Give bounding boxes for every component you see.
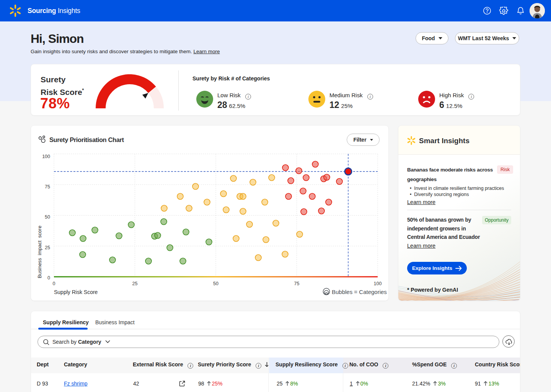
svg-text:50: 50 [45, 214, 50, 220]
svg-text:75: 75 [294, 281, 300, 286]
svg-text:0: 0 [53, 281, 55, 286]
svg-text:0: 0 [47, 275, 50, 281]
svg-text:75: 75 [45, 184, 50, 189]
svg-text:25: 25 [132, 281, 138, 286]
svg-text:100: 100 [374, 281, 382, 286]
svg-text:100: 100 [42, 154, 50, 159]
svg-text:Bubbles = Categories: Bubbles = Categories [332, 289, 387, 295]
svg-text:50: 50 [213, 281, 218, 286]
svg-text:Business impact score: Business impact score [37, 225, 42, 278]
svg-text:Supply Risk Score: Supply Risk Score [54, 289, 98, 295]
svg-text:25: 25 [45, 245, 50, 250]
